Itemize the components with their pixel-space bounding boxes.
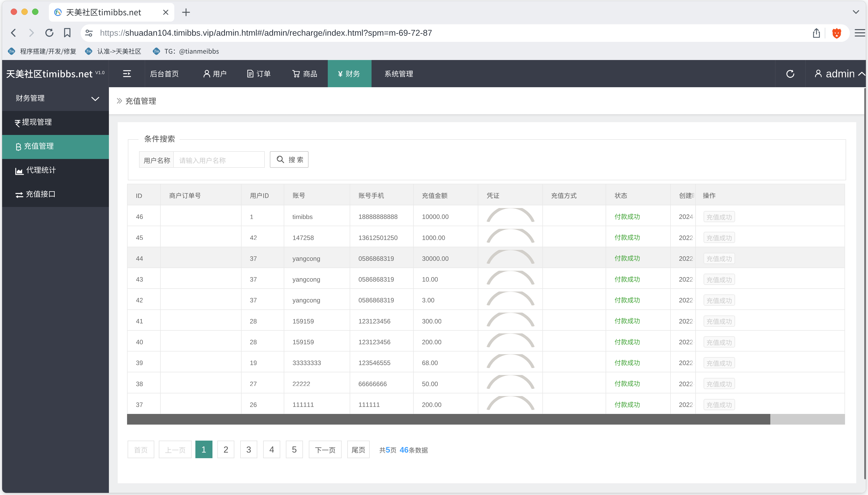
svg-text:Tm: Tm [86, 49, 91, 53]
svg-text:Tm: Tm [154, 49, 159, 53]
svg-text:Tm: Tm [9, 49, 14, 53]
